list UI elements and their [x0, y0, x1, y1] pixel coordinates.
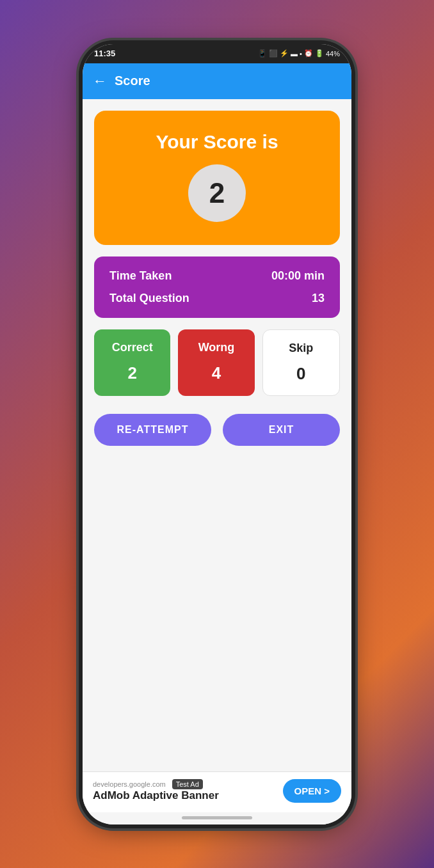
whatsapp-icon: 📱	[258, 49, 267, 58]
home-indicator	[83, 812, 351, 825]
status-time: 11:35	[94, 49, 115, 58]
score-card: Your Score is 2	[94, 111, 340, 245]
alarm-icon: ⏰	[304, 49, 313, 58]
ad-title: AdMob Adaptive Banner	[93, 789, 219, 802]
app-bar: ← Score	[83, 63, 351, 99]
re-attempt-button[interactable]: RE-ATTEMPT	[94, 414, 211, 446]
screenshot-icon: ⬛	[269, 49, 278, 58]
total-question-row: Total Question 13	[109, 292, 325, 305]
correct-value: 2	[127, 363, 136, 383]
wrong-label: Worng	[198, 341, 235, 354]
ad-banner-left: developers.google.com Test Ad AdMob Adap…	[93, 779, 219, 802]
skip-value: 0	[296, 364, 305, 384]
skip-badge: Skip 0	[262, 329, 340, 396]
back-button[interactable]: ←	[93, 73, 107, 90]
home-bar	[182, 816, 252, 819]
ad-test-badge: Test Ad	[172, 779, 203, 789]
actions-row: RE-ATTEMPT EXIT	[94, 407, 340, 446]
score-value: 2	[209, 177, 225, 209]
stats-card: Time Taken 00:00 min Total Question 13	[94, 256, 340, 318]
time-taken-value: 00:00 min	[271, 269, 325, 283]
bolt-icon: ⚡	[280, 49, 289, 58]
ad-open-button[interactable]: OPEN >	[283, 779, 341, 803]
phone-frame: 11:35 📱 ⬛ ⚡ ▬ • ⏰ 🔋 44% ← Score Your Sco…	[83, 44, 351, 825]
correct-label: Correct	[112, 341, 153, 354]
battery-percent: 44%	[326, 50, 340, 58]
total-question-label: Total Question	[109, 292, 189, 305]
total-question-value: 13	[312, 292, 325, 305]
minus-icon: ▬	[291, 50, 298, 58]
time-taken-row: Time Taken 00:00 min	[109, 269, 325, 283]
time-taken-label: Time Taken	[109, 269, 172, 283]
wrong-badge: Worng 4	[178, 329, 254, 396]
score-circle: 2	[188, 164, 246, 222]
exit-button[interactable]: EXIT	[223, 414, 340, 446]
dot-icon: •	[300, 50, 302, 58]
ad-banner: developers.google.com Test Ad AdMob Adap…	[83, 771, 351, 812]
skip-label: Skip	[289, 342, 313, 355]
status-icons: 📱 ⬛ ⚡ ▬ • ⏰ 🔋 44%	[258, 49, 340, 58]
score-title: Your Score is	[156, 131, 278, 153]
main-content: Your Score is 2 Time Taken 00:00 min Tot…	[83, 99, 351, 771]
app-bar-title: Score	[115, 74, 150, 88]
badges-row: Correct 2 Worng 4 Skip 0	[94, 329, 340, 396]
wrong-value: 4	[212, 363, 221, 383]
ad-url: developers.google.com	[93, 780, 166, 788]
ad-url-row: developers.google.com Test Ad	[93, 779, 219, 789]
battery-icon: 🔋	[315, 49, 324, 58]
correct-badge: Correct 2	[94, 329, 170, 396]
status-bar: 11:35 📱 ⬛ ⚡ ▬ • ⏰ 🔋 44%	[83, 44, 351, 63]
